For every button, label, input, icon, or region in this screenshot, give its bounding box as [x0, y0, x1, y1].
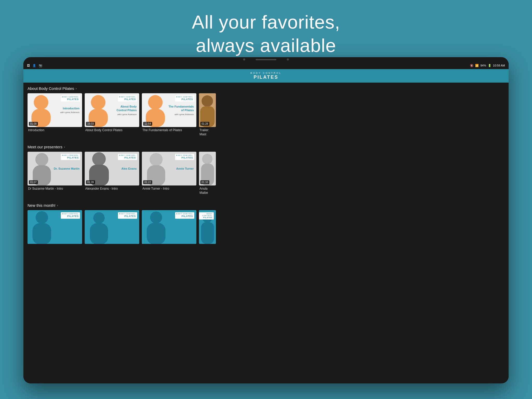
card-introduction[interactable]: BODY CONTROL PILATES Introductionwith Ly…: [28, 93, 82, 136]
card-fundamentals[interactable]: BODY CONTROL PILATES The Fundamentalsof …: [142, 93, 196, 136]
card-logo-fund: BODY CONTROL PILATES: [175, 95, 194, 102]
section-new-month-header[interactable]: New this month! ›: [23, 203, 509, 210]
card-overlay-about: About BodyControl Pilateswith Lynne Robi…: [116, 105, 137, 116]
svg-point-14: [202, 154, 212, 164]
svg-point-4: [148, 95, 163, 110]
section-presenters-arrow: ›: [64, 145, 65, 149]
hero-text: All your favorites, always available: [0, 10, 532, 57]
card-logo-suzanne: BODY CONTROL PILATES: [61, 154, 80, 160]
section-about-title: About Body Control Pilates: [28, 86, 74, 91]
thumb-trailer: 01:28: [199, 93, 216, 127]
card-overlay-suzanne: Dr. Suzanne Martin: [54, 167, 79, 170]
time-badge-anula: 01:10: [200, 180, 209, 184]
label-about: About Body Control Pilates: [85, 127, 139, 132]
time-badge-alex: 01:39: [86, 180, 95, 184]
section-about-header[interactable]: About Body Control Pilates ›: [23, 86, 509, 93]
wifi-icon: 📶: [475, 64, 479, 67]
svg-point-20: [150, 211, 162, 223]
camera-icon: 📷: [39, 64, 42, 67]
time-badge-annie: 01:22: [143, 180, 152, 184]
status-left-icons: 🖼 👤 📷: [27, 64, 42, 67]
thumb-introduction: BODY CONTROL PILATES Introductionwith Ly…: [28, 93, 82, 127]
card-trailer[interactable]: 01:28 Trailer: Mast: [199, 93, 216, 136]
card-annie[interactable]: BODY CONTROL PILATES Annie Turner 01:22 …: [142, 152, 196, 195]
battery-icon: 🔋: [488, 64, 491, 67]
section-new-month-title: New this month!: [28, 203, 56, 208]
mute-icon: 🔇: [470, 64, 474, 67]
presenters-card-row: BODY CONTROL PILATES Dr. Suzanne Martin …: [23, 152, 509, 197]
card-alex[interactable]: BODY CONTROL PILATES Alex Evans 01:39 Al…: [85, 152, 139, 195]
thumb-fundamentals: BODY CONTROL PILATES The Fundamentalsof …: [142, 93, 196, 127]
svg-point-8: [35, 153, 48, 166]
person-svg-new2: [86, 210, 112, 244]
scroll-content[interactable]: About Body Control Pilates ›: [23, 83, 509, 383]
tablet-frame: 🖼 👤 📷 🔇 📶 94% 🔋 10:58 AM BODY CONTROL PI…: [23, 57, 509, 383]
card-logo-new1: BODY CONTROL PILATES: [61, 212, 80, 218]
card-logo-new2: BODY CONTROL PILATES: [118, 212, 137, 218]
card-overlay-fund: The Fundamentalsof Pilateswith Lynne Rob…: [169, 105, 194, 116]
section-new-month: New this month! ›: [23, 200, 509, 249]
svg-rect-21: [147, 223, 165, 244]
new-month-card-row: BODY CONTROL PILATES: [23, 210, 509, 247]
label-suzanne: Dr Suzanne Martin - Intro: [28, 185, 82, 191]
section-new-month-arrow: ›: [57, 204, 58, 207]
card-new3[interactable]: BODY CONTROL PILATES: [142, 210, 196, 244]
about-card-row: BODY CONTROL PILATES Introductionwith Ly…: [23, 93, 509, 139]
time-badge-about: 16:03: [86, 122, 95, 126]
card-new2[interactable]: BODY CONTROL PILATES: [85, 210, 139, 244]
status-bar: 🖼 👤 📷 🔇 📶 94% 🔋 10:58 AM: [23, 62, 509, 69]
svg-point-0: [34, 95, 48, 110]
card-logo-annie: BODY CONTROL PILATES: [175, 154, 194, 160]
card-overlay-intro: Introductionwith Lynne Robinson: [60, 107, 79, 114]
label-alex: Alexander Evans - Intro: [85, 185, 139, 191]
screen: 🖼 👤 📷 🔇 📶 94% 🔋 10:58 AM BODY CONTROL PI…: [23, 62, 509, 383]
svg-rect-17: [32, 223, 51, 244]
thumb-alex: BODY CONTROL PILATES Alex Evans 01:39: [85, 152, 139, 185]
app-header: BODY CONTROL PILATES: [23, 69, 509, 83]
thumb-suzanne: BODY CONTROL PILATES Dr. Suzanne Martin …: [28, 152, 82, 185]
logo-small-text: BODY CONTROL: [250, 72, 282, 75]
time-badge-fund: 12:54: [143, 122, 152, 126]
svg-point-18: [93, 212, 105, 224]
thumb-new3: BODY CONTROL PILATES: [142, 210, 196, 244]
status-right: 🔇 📶 94% 🔋 10:58 AM: [470, 64, 505, 67]
section-about-arrow: ›: [76, 87, 77, 90]
section-presenters-title: Meet our presenters: [28, 145, 62, 149]
label-introduction: Introduction: [28, 127, 82, 132]
thumb-about: BODY CONTROL PILATES About BodyControl P…: [85, 93, 139, 127]
section-presenters: Meet our presenters ›: [23, 141, 509, 200]
card-logo-about: BODY CONTROL PILATES: [118, 95, 137, 102]
section-about: About Body Control Pilates ›: [23, 83, 509, 141]
card-logo-new4: BODY CONTROL PILATES: [199, 212, 214, 220]
app-logo: BODY CONTROL PILATES: [250, 72, 282, 80]
card-about[interactable]: BODY CONTROL PILATES About BodyControl P…: [85, 93, 139, 136]
label-trailer: Trailer: Mast: [199, 127, 216, 136]
svg-rect-19: [90, 223, 108, 244]
card-anula[interactable]: 01:10 Anula Maibe: [199, 152, 216, 195]
hero-line2: always available: [0, 34, 532, 57]
card-suzanne[interactable]: BODY CONTROL PILATES Dr. Suzanne Martin …: [28, 152, 82, 195]
thumb-annie: BODY CONTROL PILATES Annie Turner 01:22: [142, 152, 196, 185]
photo-icon: 🖼: [27, 64, 30, 67]
thumb-new4: BODY CONTROL PILATES: [199, 210, 216, 244]
svg-point-6: [202, 95, 213, 107]
card-overlay-annie: Annie Turner: [176, 167, 194, 170]
camera-sensor-right: [287, 58, 289, 61]
speaker-grille: [256, 59, 276, 60]
svg-point-2: [91, 95, 105, 110]
time-display: 10:58 AM: [493, 64, 505, 67]
label-anula: Anula Maibe: [199, 185, 216, 195]
thumb-new2: BODY CONTROL PILATES: [85, 210, 139, 244]
section-presenters-header[interactable]: Meet our presenters ›: [23, 145, 509, 152]
time-badge-intro: 01:00: [29, 122, 38, 126]
card-new1[interactable]: BODY CONTROL PILATES: [28, 210, 82, 244]
hero-line1: All your favorites,: [0, 10, 532, 34]
person-svg-new3: [143, 210, 169, 244]
logo-big-text: PILATES: [250, 75, 282, 80]
battery-percent: 94%: [480, 64, 486, 67]
card-logo-new3: BODY CONTROL PILATES: [175, 212, 194, 218]
svg-point-10: [92, 152, 106, 166]
card-new4[interactable]: BODY CONTROL PILATES: [199, 210, 216, 244]
svg-point-12: [150, 153, 163, 166]
tablet-top-bar: [23, 57, 509, 62]
